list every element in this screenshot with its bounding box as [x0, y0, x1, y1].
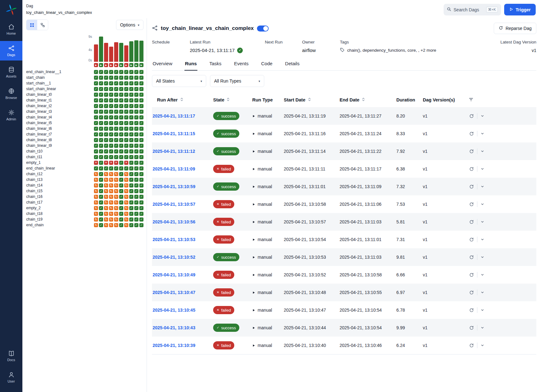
tab-runs[interactable]: Runs	[184, 58, 198, 71]
task-instance-success[interactable]: ✓	[119, 223, 123, 227]
task-instance-upstream_failed[interactable]: ↻	[104, 183, 108, 187]
row-menu-chevron[interactable]	[480, 219, 485, 224]
task-instance-success[interactable]: ✓	[109, 138, 113, 142]
task-instance-success[interactable]: ✓	[129, 217, 133, 222]
task-instance-success[interactable]: ✓	[129, 223, 133, 227]
state-filter-select[interactable]: All States ▾	[152, 75, 206, 87]
task-instance-success[interactable]: ✓	[139, 178, 143, 182]
task-name[interactable]: end_chain_linear	[26, 166, 94, 170]
task-instance-upstream_failed[interactable]: ↻	[94, 195, 98, 199]
row-menu-chevron[interactable]	[480, 149, 485, 154]
task-instance-upstream_failed[interactable]: ↻	[114, 212, 118, 216]
task-instance-success[interactable]: ✓	[139, 110, 143, 114]
task-instance-success[interactable]: ✓	[119, 183, 123, 187]
task-instance-success[interactable]: ✓	[99, 189, 103, 193]
task-instance-success[interactable]: ✓	[119, 149, 123, 153]
task-instance-success[interactable]: ✓	[134, 110, 138, 114]
task-name[interactable]: chain_linear_t8	[26, 138, 94, 142]
task-instance-success[interactable]: ✓	[104, 132, 108, 136]
run-after-link[interactable]: 2025-04-21, 13:10:53	[153, 237, 213, 242]
task-instance-upstream_failed[interactable]: ↻	[114, 200, 118, 205]
breadcrumb-dag-name[interactable]: toy_chain_linear_vs_chain_complex	[26, 10, 92, 15]
run-after-link[interactable]: 2025-04-21, 13:11:15	[153, 131, 213, 136]
task-name[interactable]: empty_2	[26, 206, 94, 210]
task-instance-upstream_failed[interactable]: ↻	[94, 172, 98, 176]
task-instance-success[interactable]: ✓	[129, 166, 133, 170]
task-instance-success[interactable]: ✓	[99, 70, 103, 74]
row-menu-chevron[interactable]	[480, 113, 485, 118]
task-instance-success[interactable]: ✓	[104, 121, 108, 125]
tab-details[interactable]: Details	[284, 58, 300, 71]
options-button[interactable]: Options ▾	[116, 20, 143, 30]
task-instance-success[interactable]: ✓	[104, 115, 108, 119]
task-instance-upstream_failed[interactable]: ↻	[104, 223, 108, 227]
task-instance-failed[interactable]: ✕	[124, 161, 128, 165]
sidebar-item-assets[interactable]: Assets	[0, 62, 22, 82]
task-instance-success[interactable]: ✓	[94, 155, 98, 159]
task-instance-success[interactable]: ✓	[94, 98, 98, 102]
task-instance-success[interactable]: ✓	[109, 93, 113, 97]
row-menu-chevron[interactable]	[480, 343, 485, 348]
task-instance-success[interactable]: ✓	[99, 76, 103, 80]
grid-view-button[interactable]	[26, 20, 37, 30]
tab-tasks[interactable]: Tasks	[209, 58, 222, 71]
sidebar-item-home[interactable]: Home	[0, 20, 22, 39]
task-name[interactable]: chain_linear_t5	[26, 121, 94, 125]
task-instance-success[interactable]: ✓	[94, 87, 98, 91]
task-instance-upstream_failed[interactable]: ↻	[104, 178, 108, 182]
task-instance-upstream_failed[interactable]: ↻	[109, 195, 113, 199]
task-instance-success[interactable]: ✓	[134, 70, 138, 74]
task-instance-success[interactable]: ✓	[119, 110, 123, 114]
task-instance-upstream_failed[interactable]: ↻	[109, 212, 113, 216]
task-instance-success[interactable]: ✓	[124, 149, 128, 153]
task-instance-upstream_failed[interactable]: ↻	[114, 223, 118, 227]
task-instance-success[interactable]: ✓	[114, 76, 118, 80]
task-instance-success[interactable]: ✓	[99, 127, 103, 131]
task-instance-upstream_failed[interactable]: ↻	[109, 200, 113, 205]
task-instance-upstream_failed[interactable]: ↻	[114, 189, 118, 193]
graph-view-button[interactable]	[37, 20, 48, 30]
run-after-link[interactable]: 2025-04-21, 13:11:12	[153, 149, 213, 154]
task-instance-success[interactable]: ✓	[109, 81, 113, 85]
task-name[interactable]: chain_t11	[26, 155, 94, 159]
task-instance-success[interactable]: ✓	[139, 223, 143, 227]
sidebar-item-dags[interactable]: Dags	[0, 41, 22, 61]
task-instance-success[interactable]: ✓	[119, 87, 123, 91]
task-name[interactable]: chain_t15	[26, 189, 94, 193]
run-after-link[interactable]: 2025-04-21, 13:11:09	[153, 166, 213, 171]
task-instance-success[interactable]: ✓	[139, 217, 143, 222]
task-instance-upstream_failed[interactable]: ↻	[104, 206, 108, 210]
task-instance-success[interactable]: ✓	[99, 98, 103, 102]
task-instance-success[interactable]: ✓	[99, 200, 103, 205]
task-name[interactable]: chain_t18	[26, 211, 94, 216]
run-after-link[interactable]: 2025-04-21, 13:10:43	[153, 325, 213, 330]
task-instance-success[interactable]: ✓	[109, 115, 113, 119]
run-type-manual-icon[interactable]: ▶	[114, 63, 118, 67]
task-instance-success[interactable]: ✓	[104, 155, 108, 159]
task-instance-upstream_failed[interactable]: ↻	[94, 200, 98, 205]
reparse-dag-button[interactable]: Reparse Dag	[494, 23, 537, 34]
task-instance-success[interactable]: ✓	[119, 127, 123, 131]
task-instance-upstream_failed[interactable]: ↻	[94, 178, 98, 182]
task-name[interactable]: chain_linear_t3	[26, 109, 94, 114]
task-instance-success[interactable]: ✓	[124, 93, 128, 97]
task-instance-success[interactable]: ✓	[124, 98, 128, 102]
task-instance-success[interactable]: ✓	[124, 70, 128, 74]
task-instance-upstream_failed[interactable]: ↻	[104, 200, 108, 205]
task-instance-success[interactable]: ✓	[129, 206, 133, 210]
task-instance-success[interactable]: ✓	[119, 178, 123, 182]
task-instance-success[interactable]: ✓	[109, 87, 113, 91]
task-instance-success[interactable]: ✓	[119, 76, 123, 80]
task-instance-upstream_failed[interactable]: ↻	[124, 223, 128, 227]
clear-run-button[interactable]	[469, 184, 475, 190]
task-instance-success[interactable]: ✓	[139, 144, 143, 148]
row-menu-chevron[interactable]	[480, 131, 485, 136]
sidebar-item-admin[interactable]: Admin	[0, 105, 22, 125]
task-name[interactable]: chain_linear_t6	[26, 126, 94, 131]
task-instance-upstream_failed[interactable]: ↻	[124, 200, 128, 205]
run-type-manual-icon[interactable]: ▶	[134, 63, 138, 67]
task-instance-success[interactable]: ✓	[139, 200, 143, 205]
task-instance-upstream_failed[interactable]: ↻	[94, 189, 98, 193]
task-instance-success[interactable]: ✓	[134, 87, 138, 91]
task-instance-success[interactable]: ✓	[99, 81, 103, 85]
